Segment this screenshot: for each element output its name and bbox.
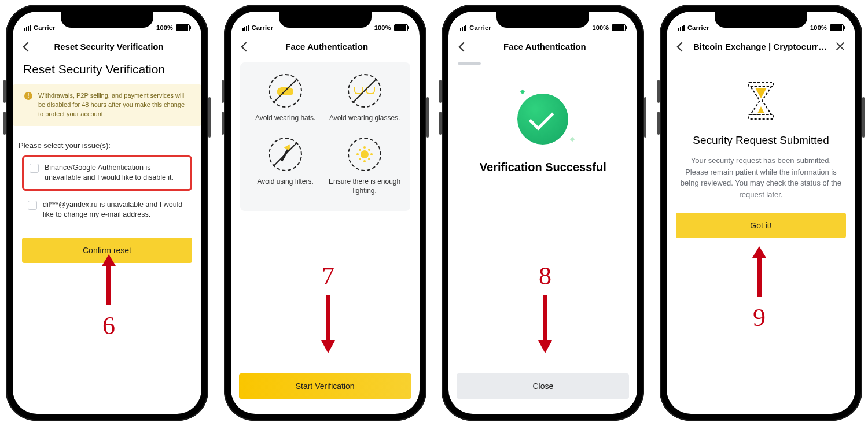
hat-icon: [269, 74, 302, 108]
nav-title: Face Authentication: [461, 42, 628, 51]
signal-icon: [678, 25, 685, 31]
battery-percent: 100%: [156, 24, 173, 31]
issue-option-label: dil***@yandex.ru is unavailable and I wo…: [43, 200, 186, 220]
tip-label: Avoid wearing hats.: [255, 113, 316, 123]
phone-frame: Carrier 100% Face Authentication Verific…: [442, 5, 644, 421]
success-check-icon: [517, 94, 568, 145]
select-issue-label: Please select your issue(s):: [19, 141, 192, 150]
battery-icon: [830, 24, 844, 31]
nav-bar: Reset Security Verification: [13, 32, 201, 60]
battery-percent: 100%: [592, 24, 609, 31]
phone-frame: Carrier 100% Face Authentication Avoid w…: [224, 5, 426, 421]
got-it-button[interactable]: Got it!: [676, 213, 846, 238]
face-tips-card: Avoid wearing hats. Avoid wearing glasse…: [240, 62, 410, 211]
success-heading: Verification Successful: [480, 161, 606, 174]
back-icon[interactable]: [22, 40, 34, 52]
svg-rect-0: [748, 82, 774, 87]
back-icon[interactable]: [676, 40, 687, 52]
tip-avoid-hats: Avoid wearing hats.: [246, 74, 325, 123]
issue-option-authenticator[interactable]: Binance/Google Authentication is unavail…: [22, 155, 192, 191]
tip-label: Avoid wearing glasses.: [329, 113, 400, 123]
nav-bar: Face Authentication: [448, 32, 637, 60]
tip-label: Avoid using filters.: [258, 177, 314, 186]
close-icon[interactable]: [834, 40, 846, 52]
checkbox-icon[interactable]: [28, 201, 37, 210]
back-icon[interactable]: [458, 40, 469, 52]
battery-percent: 100%: [810, 24, 827, 31]
tip-lighting: Ensure there is enough lighting.: [325, 138, 404, 195]
battery-icon: [176, 24, 190, 31]
phone-frame: Carrier 100% Bitcoin Exchange | Cryptocu…: [660, 5, 862, 421]
checkbox-icon[interactable]: [30, 164, 39, 173]
phone-frame: Carrier 100% Reset Security Verification…: [6, 5, 208, 421]
sun-icon: [348, 138, 381, 171]
close-button[interactable]: Close: [457, 373, 629, 399]
confirm-reset-button[interactable]: Confirm reset: [22, 238, 192, 263]
tip-avoid-glasses: Avoid wearing glasses.: [325, 74, 404, 123]
nav-title: Reset Security Verification: [25, 42, 192, 51]
notch: [496, 12, 589, 28]
signal-icon: [242, 25, 249, 31]
nav-bar: Bitcoin Exchange | Cryptocurren…: [667, 32, 855, 60]
signal-icon: [460, 25, 466, 31]
svg-rect-1: [748, 114, 774, 119]
notch: [715, 12, 807, 28]
submitted-body: Your security request has been submitted…: [676, 155, 846, 200]
issue-option-email[interactable]: dil***@yandex.ru is unavailable and I wo…: [22, 194, 192, 226]
issue-option-label: Binance/Google Authentication is unavail…: [45, 163, 185, 183]
battery-percent: 100%: [374, 24, 391, 31]
filter-icon: [269, 138, 302, 171]
nav-title: Face Authentication: [244, 42, 410, 51]
warning-icon: !: [24, 92, 32, 100]
warning-banner: ! Withdrawals, P2P selling, and payment …: [13, 84, 201, 126]
carrier-label: Carrier: [34, 24, 55, 31]
hourglass-icon: [738, 77, 784, 124]
warning-text: Withdrawals, P2P selling, and payment se…: [38, 91, 190, 119]
notch: [279, 12, 372, 28]
tip-avoid-filters: Avoid using filters.: [246, 138, 325, 195]
carrier-label: Carrier: [252, 24, 273, 31]
page-heading: Reset Security Verification: [23, 62, 192, 76]
signal-icon: [24, 25, 31, 31]
nav-bar: Face Authentication: [231, 32, 420, 60]
notch: [61, 12, 153, 28]
battery-icon: [612, 24, 626, 31]
glasses-icon: [348, 74, 381, 108]
carrier-label: Carrier: [687, 24, 709, 31]
carrier-label: Carrier: [469, 24, 491, 31]
submitted-heading: Security Request Submitted: [676, 134, 846, 147]
back-icon[interactable]: [240, 40, 252, 52]
battery-icon: [394, 24, 408, 31]
nav-title: Bitcoin Exchange | Cryptocurren…: [693, 42, 829, 51]
tip-label: Ensure there is enough lighting.: [325, 177, 404, 195]
start-verification-button[interactable]: Start Verification: [239, 373, 411, 399]
